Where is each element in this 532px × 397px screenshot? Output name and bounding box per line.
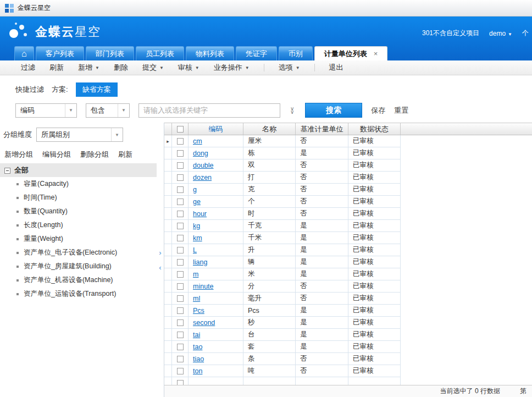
unit-code-link[interactable]: tai xyxy=(193,331,200,339)
expand-filter-icon[interactable]: ∨∨ xyxy=(290,107,294,114)
row-checkbox[interactable] xyxy=(177,211,184,217)
unit-code-link[interactable]: cm xyxy=(193,137,202,145)
select-all-checkbox[interactable] xyxy=(177,126,184,133)
save-scheme-button[interactable]: 保存 xyxy=(371,106,385,115)
unit-code-cell: ge xyxy=(189,196,243,207)
unit-code-link[interactable]: Pcs xyxy=(193,307,204,315)
tree-item-4[interactable]: 重量(Weight) xyxy=(0,232,157,246)
toolbar-separator xyxy=(264,64,264,71)
row-checkbox-cell xyxy=(172,341,189,352)
tab-label: 凭证字 xyxy=(246,49,267,59)
tree-item-6[interactable]: 资产单位_房屋建筑(Building) xyxy=(0,260,157,273)
row-checkbox[interactable] xyxy=(177,235,184,241)
row-checkbox[interactable] xyxy=(177,295,184,302)
unit-code-link[interactable]: m xyxy=(193,271,198,278)
unit-status-cell: 已审核 xyxy=(348,341,401,352)
row-checkbox[interactable] xyxy=(177,150,184,157)
toolbar-item-0[interactable]: 过滤 xyxy=(21,63,35,73)
unit-code-link[interactable]: liang xyxy=(193,258,207,266)
row-checkbox[interactable] xyxy=(177,138,184,145)
column-header-code[interactable]: 编码 xyxy=(189,123,243,135)
row-checkbox[interactable] xyxy=(177,174,184,181)
group-action-1[interactable]: 编辑分组 xyxy=(42,150,71,159)
row-indicator-cell xyxy=(164,268,172,280)
collapse-panel-icon[interactable]: ‹ xyxy=(159,264,161,271)
toolbar-item-3[interactable]: 删除 xyxy=(114,63,128,73)
toolbar-item-7[interactable]: 选项▼ xyxy=(279,63,300,73)
toolbar-item-5[interactable]: 审核▼ xyxy=(178,63,199,73)
unit-code-link[interactable]: second xyxy=(193,319,215,327)
tab-home[interactable]: ⌂ xyxy=(14,46,34,60)
group-dimension-select[interactable]: 所属组别 ▼ xyxy=(36,128,123,142)
tree-item-8[interactable]: 资产单位_运输设备(Transport) xyxy=(0,287,157,301)
row-checkbox[interactable] xyxy=(177,344,184,350)
search-button[interactable]: 搜索 xyxy=(305,103,362,118)
tab-close-icon[interactable]: × xyxy=(374,49,378,58)
unit-code-link[interactable]: hour xyxy=(193,210,207,218)
unit-code-link[interactable]: dozen xyxy=(193,174,212,181)
column-header-status[interactable]: 数据状态 xyxy=(348,123,401,135)
unit-code-link[interactable]: dong xyxy=(193,150,208,157)
tab-item-4[interactable]: 凭证字 xyxy=(236,46,277,60)
tab-item-3[interactable]: 物料列表 xyxy=(186,46,234,60)
group-action-0[interactable]: 新增分组 xyxy=(4,150,33,159)
row-checkbox[interactable] xyxy=(177,368,184,374)
row-indicator-cell xyxy=(164,280,172,292)
group-action-3[interactable]: 刷新 xyxy=(118,150,132,159)
unit-code-link[interactable]: minute xyxy=(193,283,214,290)
unit-code-link[interactable]: tiao xyxy=(193,355,204,363)
dropdown-caret-icon: ▼ xyxy=(95,65,99,70)
unit-code-link[interactable]: ge xyxy=(193,198,201,206)
toolbar-item-1[interactable]: 刷新 xyxy=(49,63,64,73)
keyword-input[interactable] xyxy=(138,103,280,118)
row-checkbox[interactable] xyxy=(177,307,184,314)
tree-item-1[interactable]: 时间(Time) xyxy=(0,191,157,205)
tree-item-7[interactable]: 资产单位_机器设备(Machine) xyxy=(0,273,157,287)
row-checkbox[interactable] xyxy=(177,283,184,290)
scheme-default-button[interactable]: 缺省方案 xyxy=(76,82,118,97)
row-checkbox[interactable] xyxy=(177,259,184,266)
tab-item-6[interactable]: 计量单位列表× xyxy=(314,46,388,60)
toolbar-item-2[interactable]: 新增▼ xyxy=(78,63,99,73)
unit-code-link[interactable]: km xyxy=(193,234,202,242)
row-checkbox[interactable] xyxy=(177,186,184,193)
unit-code-link[interactable]: kg xyxy=(193,222,200,230)
unit-code-link[interactable]: L xyxy=(193,246,197,254)
toolbar-item-6[interactable]: 业务操作▼ xyxy=(214,63,250,73)
row-checkbox[interactable] xyxy=(177,356,184,362)
collapse-minus-icon[interactable] xyxy=(4,168,10,174)
unit-code-link[interactable]: ml xyxy=(193,295,200,302)
tree-item-2[interactable]: 数量(Quantity) xyxy=(0,205,157,218)
tab-item-5[interactable]: 币别 xyxy=(279,46,313,60)
unit-code-link[interactable]: g xyxy=(193,186,197,194)
unit-code-link[interactable]: double xyxy=(193,162,214,169)
toolbar-item-4[interactable]: 提交▼ xyxy=(142,63,164,73)
row-checkbox[interactable] xyxy=(177,271,184,278)
row-checkbox[interactable] xyxy=(177,162,184,169)
unit-code-cell: kg xyxy=(189,220,243,231)
unit-code-link[interactable]: ton xyxy=(193,367,202,375)
reset-button[interactable]: 重置 xyxy=(394,106,408,115)
tree-root-all[interactable]: 全部 xyxy=(0,164,157,177)
row-checkbox[interactable] xyxy=(177,198,184,205)
row-checkbox[interactable] xyxy=(177,223,184,229)
expand-panel-icon[interactable]: › xyxy=(159,249,161,256)
tree-item-3[interactable]: 长度(Length) xyxy=(0,218,157,232)
row-checkbox[interactable] xyxy=(177,319,184,326)
filter-field-select[interactable]: 编码 ▼ xyxy=(15,103,77,118)
row-checkbox[interactable] xyxy=(177,332,184,338)
tab-item-1[interactable]: 部门列表 xyxy=(86,46,134,60)
column-header-base-unit[interactable]: 基准计量单位 xyxy=(296,123,348,135)
toolbar-item-8[interactable]: 退出 xyxy=(329,63,343,73)
row-checkbox[interactable] xyxy=(177,247,184,253)
tree-item-0[interactable]: 容量(Capacity) xyxy=(0,177,157,191)
group-action-2[interactable]: 删除分组 xyxy=(80,150,109,159)
filter-operator-select[interactable]: 包含 ▼ xyxy=(86,103,130,118)
tab-item-0[interactable]: 客户列表 xyxy=(36,46,84,60)
column-header-name[interactable]: 名称 xyxy=(243,123,296,135)
unit-code-link[interactable]: tao xyxy=(193,343,202,351)
row-checkbox[interactable] xyxy=(177,380,184,385)
tab-item-2[interactable]: 员工列表 xyxy=(136,46,184,60)
tree-item-5[interactable]: 资产单位_电子设备(Electronic) xyxy=(0,246,157,260)
user-menu[interactable]: demo▼ xyxy=(489,30,512,37)
